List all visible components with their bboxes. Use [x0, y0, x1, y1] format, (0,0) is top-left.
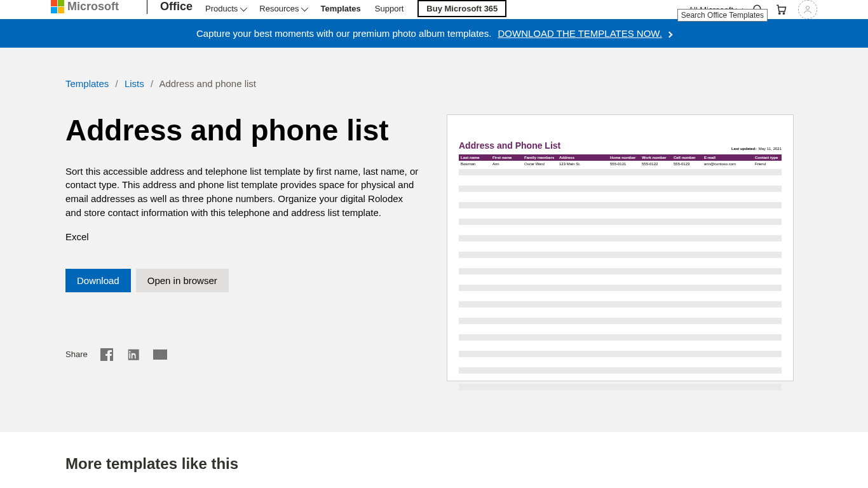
page-title: Address and phone list: [65, 114, 421, 147]
facebook-icon[interactable]: [99, 347, 114, 362]
cart-button[interactable]: [775, 4, 787, 15]
share-row: Share: [65, 347, 421, 362]
crumb-sep: /: [116, 78, 118, 89]
template-preview-pane: Address and Phone List Last updated: May…: [447, 114, 794, 381]
template-app-label: Excel: [65, 231, 421, 242]
header-divider: [147, 0, 147, 14]
template-description: Sort this accessible address and telepho…: [65, 165, 421, 220]
microsoft-logo[interactable]: Microsoft: [51, 0, 119, 13]
crumb-templates[interactable]: Templates: [65, 78, 109, 89]
open-in-browser-button[interactable]: Open in browser: [136, 269, 229, 292]
crumb-sep: /: [151, 78, 153, 89]
chevron-down-icon: [301, 4, 308, 11]
chevron-right-icon: [667, 31, 673, 37]
main-nav: Products Resources Templates Support Buy…: [205, 0, 506, 17]
office-link[interactable]: Office: [160, 0, 193, 13]
template-info: Address and phone list Sort this accessi…: [65, 114, 421, 381]
share-label: Share: [65, 349, 88, 359]
account-button[interactable]: [798, 0, 817, 19]
crumb-current: Address and phone list: [159, 78, 256, 89]
nav-products-label: Products: [205, 4, 238, 13]
more-templates-title: More templates like this: [65, 455, 803, 473]
nav-templates-label: Templates: [320, 4, 360, 13]
buy-label: Buy Microsoft 365: [426, 4, 498, 13]
chevron-down-icon: [240, 4, 247, 11]
microsoft-logo-text: Microsoft: [67, 0, 119, 13]
action-buttons: Download Open in browser: [65, 269, 421, 292]
nav-products[interactable]: Products: [205, 4, 245, 13]
user-icon: [803, 4, 813, 15]
microsoft-logo-icon: [51, 0, 64, 13]
download-button[interactable]: Download: [65, 269, 131, 292]
nav-resources[interactable]: Resources: [259, 4, 306, 13]
nav-templates[interactable]: Templates: [320, 4, 360, 13]
cart-icon: [775, 4, 787, 15]
preview-last-updated: Last updated: May 11, 2021: [731, 147, 782, 151]
promo-text: Capture your best moments with our premi…: [196, 28, 491, 39]
preview-title: Address and Phone List: [459, 140, 560, 151]
nav-resources-label: Resources: [259, 4, 299, 13]
crumb-lists[interactable]: Lists: [125, 78, 144, 89]
template-preview: Address and Phone List Last updated: May…: [447, 114, 794, 381]
linkedin-icon[interactable]: [126, 347, 141, 362]
buy-microsoft-365-button[interactable]: Buy Microsoft 365: [417, 0, 506, 17]
svg-point-2: [779, 13, 780, 14]
preview-table-row: Bowman Ann Oscar Ward 123 Main St. 555-0…: [459, 161, 782, 167]
more-templates-section: More templates like this: [65, 432, 803, 488]
svg-point-3: [783, 13, 784, 14]
nav-support-label: Support: [375, 4, 404, 13]
mail-icon[interactable]: [153, 347, 168, 362]
preview-table-header: Last name First name Family members Addr…: [459, 154, 782, 161]
nav-support[interactable]: Support: [375, 4, 404, 13]
breadcrumb: Templates / Lists / Address and phone li…: [65, 78, 803, 89]
promo-banner[interactable]: Capture your best moments with our premi…: [0, 19, 868, 48]
global-header: Microsoft Office Products Resources Temp…: [0, 0, 868, 19]
promo-link: DOWNLOAD THE TEMPLATES NOW.: [498, 28, 662, 39]
svg-point-4: [806, 6, 809, 10]
main-content: Templates / Lists / Address and phone li…: [65, 48, 803, 432]
search-tooltip: Search Office Templates: [677, 9, 768, 22]
